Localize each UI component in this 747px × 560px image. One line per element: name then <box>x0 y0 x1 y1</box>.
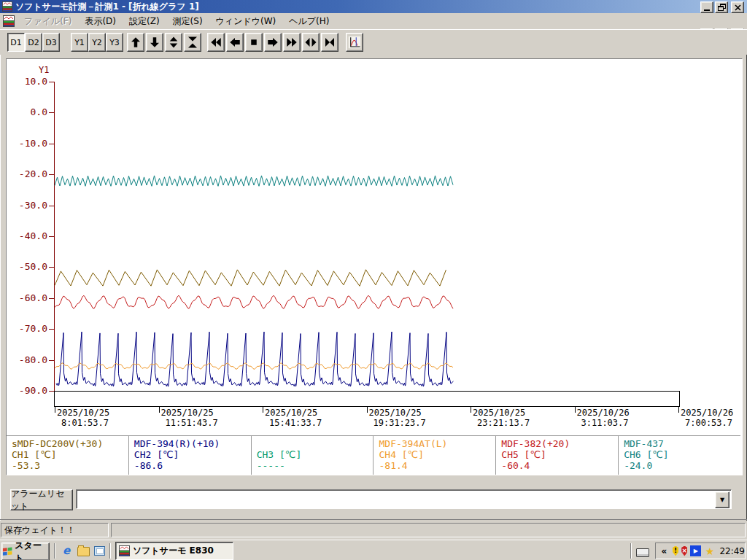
tray-collapse-chevron[interactable]: « <box>659 545 670 556</box>
channel-name: MDF-394AT(L) <box>379 438 495 449</box>
menu-item[interactable]: ファイル(F) <box>18 14 78 28</box>
channel-value: -60.4 <box>501 460 618 471</box>
y-tick-mark <box>49 267 54 268</box>
legend-cell-ch6: MDF-437CH6 [℃]-24.0 <box>619 436 740 475</box>
clock: 22:49 <box>719 546 745 556</box>
media-play-tray-icon[interactable]: ▶ <box>690 545 701 556</box>
channel-value: -81.4 <box>379 460 495 471</box>
title-bar: ソフトサーモ計測－計測1 - [折れ線グラフ 1] <box>0 0 747 13</box>
y-tick-label: -50.0 <box>7 261 47 272</box>
y2-button[interactable]: Y2 <box>88 33 106 52</box>
d2-button[interactable]: D2 <box>25 33 42 52</box>
y-tick-mark <box>49 391 54 392</box>
chart-series-svg <box>7 59 742 435</box>
close-icon <box>735 4 741 11</box>
series-ch4 <box>55 363 453 370</box>
menu-item[interactable]: ヘルプ(H) <box>282 14 336 28</box>
y1-button[interactable]: Y1 <box>71 33 88 52</box>
chevron-down-icon: ▼ <box>720 497 724 503</box>
channel-label: CH4 [℃] <box>379 449 495 460</box>
channel-label: CH6 [℃] <box>624 449 740 460</box>
scroll-right-button[interactable] <box>264 33 282 52</box>
series-ch2 <box>56 332 454 386</box>
alarm-combo-value[interactable] <box>78 491 716 507</box>
task-button-softthermo[interactable]: ソフトサーモ E830 <box>115 542 233 560</box>
restore-button[interactable] <box>715 1 728 13</box>
channel-name: MDF-394(R)(+10) <box>134 438 251 449</box>
series-ch1 <box>55 270 446 287</box>
y-tick-mark <box>49 236 54 237</box>
status-cell-secondary <box>111 523 746 537</box>
channel-value: -53.3 <box>12 460 128 471</box>
alarm-reset-button[interactable]: アラームリセット <box>10 489 73 510</box>
menu-item[interactable]: 表示(D) <box>78 14 123 28</box>
y-tick-label: -10.0 <box>7 138 47 149</box>
channel-name <box>257 438 374 449</box>
scroll-down-button[interactable] <box>146 33 163 52</box>
show-desktop-icon[interactable] <box>93 544 106 557</box>
y-tick-label: -60.0 <box>7 292 47 303</box>
series-ch5 <box>55 295 453 308</box>
y-tick-mark <box>49 112 54 113</box>
d1-button[interactable]: D1 <box>7 33 25 52</box>
menu-item[interactable]: 測定(S) <box>166 14 209 28</box>
document-app-icon[interactable] <box>3 15 15 27</box>
y3-button[interactable]: Y3 <box>106 33 123 52</box>
taskbar-divider <box>630 543 632 559</box>
channel-value: ----- <box>257 460 374 471</box>
stop-button[interactable] <box>245 33 263 52</box>
fast-rewind-button[interactable] <box>207 33 225 52</box>
channel-label: CH5 [℃] <box>501 449 618 460</box>
toolbar: D1D2D3 Y1Y2Y3 <box>0 29 747 55</box>
x-tick-label: 2025/10/2515:41:33.7 <box>265 408 322 428</box>
security-alert-shield-icon[interactable]: ! <box>673 546 678 556</box>
app-icon <box>2 1 12 12</box>
channel-value: -86.6 <box>134 460 251 471</box>
scroll-up-button[interactable] <box>127 33 144 52</box>
x-tick-mark <box>471 407 471 413</box>
legend-cell-ch3: CH3 [℃]----- <box>252 436 374 475</box>
internet-explorer-icon[interactable]: e <box>60 544 73 557</box>
d3-button[interactable]: D3 <box>42 33 60 52</box>
x-tick-mark <box>263 407 263 413</box>
channel-legend: sMDF-DC200V(+30)CH1 [℃]-53.3MDF-394(R)(+… <box>7 435 740 475</box>
y-tick-label: 10.0 <box>7 76 47 87</box>
scroll-left-button[interactable] <box>226 33 244 52</box>
legend-cell-ch5: MDF-382(+20)CH5 [℃]-60.4 <box>496 436 619 475</box>
expand-horizontal-icon <box>304 36 317 49</box>
menu-item[interactable]: 設定(Z) <box>123 14 166 28</box>
channel-name: MDF-437 <box>624 438 740 449</box>
menu-items: ファイル(F)表示(D)設定(Z)測定(S)ウィンドウ(W)ヘルプ(H) <box>18 14 336 28</box>
star-tray-icon[interactable]: ★ <box>704 545 715 556</box>
legend-cell-ch2: MDF-394(R)(+10)CH2 [℃]-86.6 <box>129 436 252 475</box>
menu-item[interactable]: ウィンドウ(W) <box>209 14 283 28</box>
y-tick-mark <box>49 360 54 361</box>
legend-cell-ch4: MDF-394AT(L)CH4 [℃]-81.4 <box>374 436 496 475</box>
legend-cell-ch1: sMDF-DC200V(+30)CH1 [℃]-53.3 <box>7 436 129 475</box>
double-left-icon <box>209 36 222 49</box>
x-tick-label: 2025/10/258:01:53.7 <box>57 408 109 428</box>
x-tick-label: 2025/10/263:11:03.7 <box>577 408 630 428</box>
minimize-button[interactable] <box>700 1 713 13</box>
channel-label: CH1 [℃] <box>12 449 128 460</box>
combo-dropdown-button[interactable]: ▼ <box>715 491 729 508</box>
folder-icon[interactable] <box>77 544 90 557</box>
keyboard-icon[interactable] <box>636 546 649 559</box>
compress-horizontal-icon <box>323 36 336 49</box>
x-tick-mark <box>367 407 368 413</box>
compress-horizontal-button[interactable] <box>321 33 338 52</box>
start-button[interactable]: スタート <box>1 542 50 560</box>
double-right-icon <box>285 36 298 49</box>
y-axis-title: Y1 <box>39 65 49 75</box>
fast-forward-button[interactable] <box>283 33 301 52</box>
down-arrow-icon <box>148 36 161 49</box>
close-button[interactable] <box>731 1 744 13</box>
compress-vertical-button[interactable] <box>184 33 201 52</box>
y-tick-label: -20.0 <box>7 168 47 179</box>
expand-vertical-button[interactable] <box>165 33 182 52</box>
alarm-combo-box[interactable]: ▼ <box>76 489 732 509</box>
security-warning-shield-icon[interactable]: × <box>681 546 687 556</box>
expand-horizontal-button[interactable] <box>302 33 320 52</box>
app-icon <box>119 545 130 556</box>
graph-settings-button[interactable] <box>346 33 363 52</box>
